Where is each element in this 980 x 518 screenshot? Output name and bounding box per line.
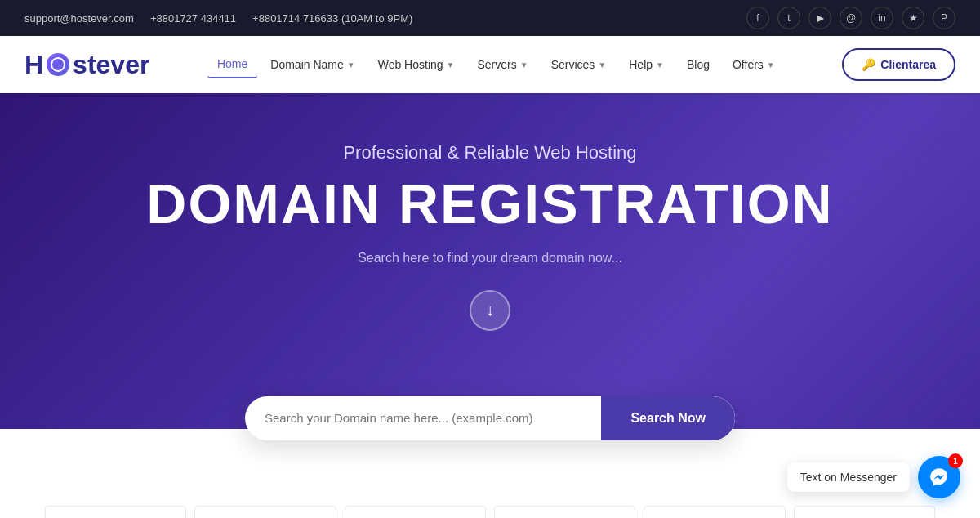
messenger-widget: Text on Messenger 1 bbox=[787, 456, 960, 498]
hero-scroll-button[interactable]: ↓ bbox=[470, 290, 510, 331]
hero-title: DOMAIN REGISTRATION bbox=[24, 173, 956, 234]
hero-description: Search here to find your dream domain no… bbox=[24, 251, 956, 266]
messenger-button[interactable]: 1 bbox=[918, 456, 960, 498]
chevron-down-icon: ▼ bbox=[520, 60, 528, 69]
domain-card-com[interactable]: .com Starting From $11.00/1stY bbox=[45, 506, 186, 518]
nav-domain-name[interactable]: Domain Name ▼ bbox=[261, 51, 364, 78]
domain-card-combd[interactable]: .com.bd Starting From $ bbox=[794, 506, 935, 518]
clientarea-button[interactable]: 🔑 Clientarea bbox=[842, 48, 956, 81]
pinterest-icon[interactable]: P bbox=[933, 7, 956, 29]
rss-icon[interactable]: ★ bbox=[902, 7, 924, 29]
nav-help[interactable]: Help ▼ bbox=[619, 51, 674, 78]
nav-servers[interactable]: Servers ▼ bbox=[468, 51, 538, 78]
chevron-down-icon: ▼ bbox=[767, 60, 775, 69]
logo-text-stever: stever bbox=[73, 50, 149, 80]
twitter-icon[interactable]: t bbox=[777, 7, 800, 29]
nav-offers-label: Offers bbox=[733, 58, 764, 71]
topbar-email: support@hostever.com bbox=[24, 12, 134, 25]
topbar-phone2: +8801714 716633 (10AM to 9PM) bbox=[252, 12, 412, 25]
search-bar: Search Now bbox=[245, 396, 735, 440]
nav-home[interactable]: Home bbox=[207, 51, 257, 78]
header: H stever Home Domain Name ▼ Web Hosting … bbox=[0, 36, 980, 93]
topbar-phone1: +8801727 434411 bbox=[150, 12, 236, 25]
messenger-icon bbox=[929, 467, 950, 488]
messenger-badge: 1 bbox=[948, 453, 963, 468]
logo-icon bbox=[47, 53, 69, 76]
chevron-down-icon: ▼ bbox=[347, 60, 355, 69]
nav-services[interactable]: Services ▼ bbox=[541, 51, 617, 78]
arrow-down-icon: ↓ bbox=[486, 301, 494, 319]
nav-help-label: Help bbox=[629, 58, 653, 71]
topbar-contact: support@hostever.com +8801727 434411 +88… bbox=[24, 12, 412, 25]
facebook-icon[interactable]: f bbox=[746, 7, 769, 29]
linkedin-icon[interactable]: in bbox=[871, 7, 893, 29]
chevron-down-icon: ▼ bbox=[656, 60, 664, 69]
nav-offers[interactable]: Offers ▼ bbox=[723, 51, 785, 78]
main-nav: Home Domain Name ▼ Web Hosting ▼ Servers… bbox=[207, 51, 785, 78]
domain-card-xyz[interactable]: .xyz Starting From $3.80/1stY bbox=[494, 506, 635, 518]
hero-subtitle: Professional & Reliable Web Hosting bbox=[24, 142, 956, 163]
domain-card-org[interactable]: .org Starting From $12.50/Y bbox=[644, 506, 785, 518]
messenger-tooltip: Text on Messenger bbox=[787, 462, 910, 492]
nav-blog[interactable]: Blog bbox=[677, 51, 719, 78]
nav-domain-label: Domain Name bbox=[270, 58, 343, 71]
domain-search-input[interactable] bbox=[245, 396, 601, 440]
logo[interactable]: H stever bbox=[24, 50, 149, 80]
hero-section: Professional & Reliable Web Hosting DOMA… bbox=[0, 93, 980, 429]
nav-web-hosting[interactable]: Web Hosting ▼ bbox=[368, 51, 465, 78]
youtube-icon[interactable]: ▶ bbox=[808, 7, 831, 29]
nav-services-label: Services bbox=[551, 58, 595, 71]
chevron-down-icon: ▼ bbox=[447, 60, 455, 69]
key-icon: 🔑 bbox=[862, 58, 875, 71]
chevron-down-icon: ▼ bbox=[598, 60, 606, 69]
topbar: support@hostever.com +8801727 434411 +88… bbox=[0, 0, 980, 36]
instagram-icon[interactable]: @ bbox=[840, 7, 862, 29]
nav-blog-label: Blog bbox=[687, 58, 710, 71]
nav-hosting-label: Web Hosting bbox=[378, 58, 443, 71]
topbar-social: f t ▶ @ in ★ P bbox=[746, 7, 956, 29]
domain-card-info[interactable]: .info Starting From $5.00/1stY bbox=[345, 506, 486, 518]
domain-card-net[interactable]: .net Starting From $13.13/Y bbox=[194, 506, 336, 518]
clientarea-label: Clientarea bbox=[880, 58, 936, 71]
nav-home-label: Home bbox=[217, 57, 247, 70]
search-section: Search Now bbox=[0, 396, 980, 440]
search-button-label: Search Now bbox=[630, 411, 706, 425]
nav-servers-label: Servers bbox=[478, 58, 517, 71]
search-button[interactable]: Search Now bbox=[601, 396, 735, 440]
logo-text-h: H bbox=[24, 50, 43, 80]
hero-content: Professional & Reliable Web Hosting DOMA… bbox=[24, 142, 956, 331]
